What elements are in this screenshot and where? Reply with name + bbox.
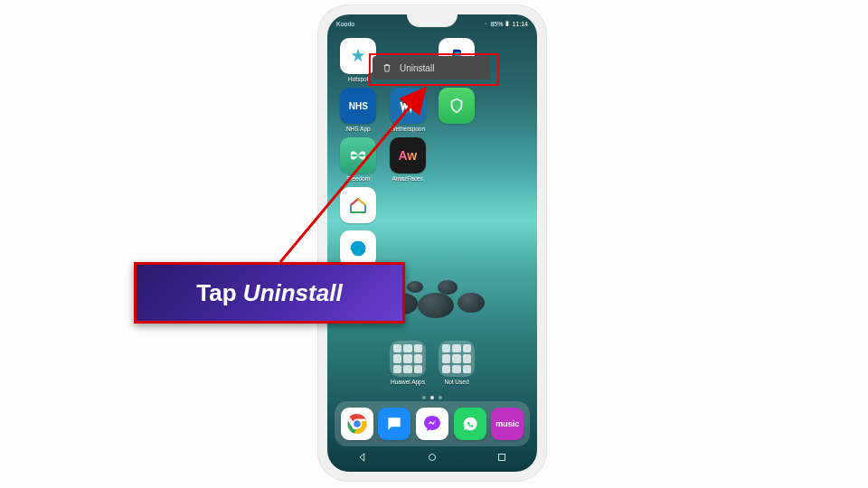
instruction-callout: Tap Uninstall	[134, 262, 405, 324]
battery-icon: ▮	[505, 20, 509, 27]
notch	[407, 14, 458, 27]
bluetooth-icon: ᛫	[484, 21, 487, 27]
phone-frame: Koodo ᛫ 85% ▮ 11:14 Hotspot	[318, 5, 546, 481]
app-amazfaces[interactable]: Aw AmazFaces	[386, 137, 430, 182]
nhs-icon: NHS	[340, 88, 376, 124]
folder-huawei[interactable]: Huawei Apps	[390, 341, 426, 385]
svg-point-8	[429, 455, 435, 461]
app-freedom[interactable]: Freedom	[336, 137, 381, 182]
chrome-icon[interactable]	[341, 408, 373, 440]
nav-bar	[327, 450, 537, 468]
music-icon[interactable]: music	[491, 408, 524, 440]
app-google-home[interactable]	[336, 187, 381, 225]
dock: music	[335, 401, 530, 446]
whatsapp-icon[interactable]	[454, 408, 486, 440]
context-menu-label: Uninstall	[400, 63, 434, 73]
folder-row: Huawei Apps Not Used	[327, 341, 537, 385]
wetherspoon-icon	[390, 88, 426, 124]
battery-label: 85%	[490, 21, 503, 27]
alexa-icon	[340, 230, 376, 267]
app-security[interactable]	[435, 88, 479, 132]
home-icon	[340, 187, 376, 223]
context-menu-uninstall[interactable]: Uninstall	[373, 56, 490, 80]
back-button[interactable]	[356, 451, 369, 467]
folder-not-used[interactable]: Not Used	[439, 341, 475, 385]
messenger-icon[interactable]	[416, 408, 448, 440]
app-wetherspoon[interactable]: Wetherspoon	[386, 88, 430, 132]
page-indicator	[327, 396, 537, 399]
phone-screen: Koodo ᛫ 85% ▮ 11:14 Hotspot	[327, 14, 537, 472]
butterfly-icon	[340, 137, 376, 174]
trash-icon	[382, 62, 392, 73]
home-button[interactable]	[426, 451, 439, 467]
app-nhs[interactable]: NHS NHS App	[336, 88, 381, 132]
carrier-label: Koodo	[336, 21, 354, 27]
messages-icon[interactable]	[378, 408, 410, 440]
clock: 11:14	[512, 21, 528, 27]
callout-text: Tap Uninstall	[196, 279, 342, 307]
amazfaces-icon: Aw	[390, 137, 426, 174]
hotspot-icon	[340, 38, 376, 74]
shield-icon	[439, 88, 475, 124]
svg-rect-9	[499, 455, 505, 461]
recent-button[interactable]	[495, 451, 508, 467]
